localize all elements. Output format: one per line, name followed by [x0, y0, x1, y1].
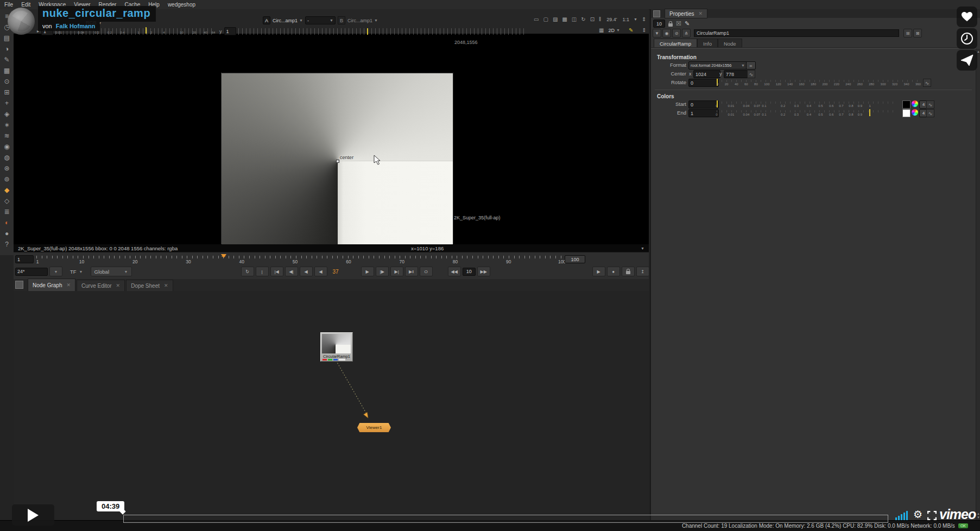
timeline-ruler[interactable]: 1 10 20 30 40 50 60 70 80 90 100 37 [34, 254, 562, 265]
menu-item[interactable]: File [4, 2, 13, 8]
increment-button[interactable]: ▶▶ [477, 267, 490, 276]
merge-icon[interactable]: ⊞ [4, 88, 9, 96]
fullscreen-button[interactable] [927, 511, 937, 522]
chevron-down-icon[interactable]: ▼ [641, 246, 644, 250]
tab-node-graph[interactable]: Node Graph ✕ [28, 279, 75, 291]
current-frame-field[interactable]: 37 [333, 269, 339, 275]
play-button[interactable] [12, 504, 54, 526]
play-button[interactable]: ▶ [361, 267, 374, 276]
metadata-icon[interactable]: ◍ [4, 154, 9, 161]
rotate-slider[interactable]: 0204060801001201401601802002202402602803… [717, 79, 921, 86]
scroll-up-icon[interactable]: ▲ [977, 50, 980, 53]
filter-icon[interactable]: ▦ [4, 67, 10, 74]
pause-icon[interactable]: ‖ [599, 16, 601, 22]
viewer-node[interactable]: Viewer1 [357, 423, 391, 432]
properties-scrollbar[interactable]: ▲ ▲ ▼ [976, 49, 980, 520]
increment-field[interactable]: 10 [463, 268, 476, 276]
frame-range-dropdown[interactable]: Global ▼ [91, 267, 132, 276]
flipbook-button[interactable]: ▶ [592, 267, 605, 276]
video-author-link[interactable]: Falk Hofmann [56, 23, 96, 29]
collapse-arrow-icon[interactable]: ▼ [653, 29, 661, 37]
draw-icon[interactable]: ✎ [4, 56, 9, 63]
pencil-icon[interactable]: ✎ [629, 27, 633, 33]
gain-marker[interactable] [146, 27, 147, 34]
range-end-field[interactable]: 100 [565, 255, 585, 263]
plugin-icon[interactable]: ◇ [4, 197, 9, 204]
toolsets-icon[interactable]: ⊛ [4, 165, 9, 172]
play-backward-button[interactable]: ◀ [314, 267, 327, 276]
center-x-field[interactable]: 1024 [693, 70, 720, 78]
close-icon[interactable]: ✕ [699, 11, 703, 16]
animation-curve-icon[interactable]: ∿ [747, 70, 755, 78]
volume-control[interactable] [895, 511, 911, 520]
watch-later-button[interactable] [957, 28, 977, 49]
checker-icon[interactable]: ▩ [562, 16, 567, 22]
tab-properties[interactable]: Properties ✕ [665, 9, 707, 18]
panel-menu-icon[interactable] [15, 281, 23, 289]
color-wheel-icon[interactable] [912, 100, 918, 107]
center-handle[interactable] [337, 160, 339, 162]
lock-range-button[interactable] [622, 267, 635, 276]
prev-keyframe-button[interactable]: ◀| [285, 267, 298, 276]
center-y-field[interactable]: 778 [724, 70, 748, 78]
gizmo-icon[interactable]: ◆ [4, 186, 9, 193]
start-field[interactable]: 0 [688, 100, 719, 109]
transform-icon[interactable]: + [5, 99, 9, 106]
end-field[interactable]: 1 [688, 109, 719, 117]
close-icon[interactable]: ✕ [66, 282, 71, 288]
roi-icon[interactable]: ⊡ [590, 16, 595, 22]
start-color-swatch[interactable] [902, 100, 911, 109]
scroll-down-icon[interactable]: ▲ [977, 512, 980, 515]
refresh-icon[interactable]: ↻ [581, 16, 585, 22]
close-icon[interactable]: ✕ [116, 283, 121, 288]
deep-icon[interactable]: ≋ [4, 132, 9, 139]
splitter-icon[interactable]: ⇕ [642, 27, 646, 33]
clear-panels-icon[interactable]: ☒ [676, 20, 681, 27]
max-panels-field[interactable]: 10 [653, 20, 665, 28]
grid-icon[interactable]: ▦ [599, 27, 604, 33]
equals-button[interactable]: = [746, 61, 756, 69]
animation-curve-icon[interactable]: ∿ [926, 100, 934, 109]
decrement-button[interactable]: ◀◀ [448, 267, 461, 276]
in-point-button[interactable]: | [256, 267, 269, 276]
playhead[interactable]: 37 [220, 253, 227, 268]
avatar[interactable] [8, 8, 35, 35]
step-back-button[interactable]: ◀ [300, 267, 313, 276]
panel-menu-icon[interactable] [653, 10, 660, 17]
other-icon[interactable]: ⊚ [4, 175, 9, 182]
vimeo-logo[interactable]: vimeo [939, 507, 976, 522]
end-color-swatch[interactable] [902, 109, 911, 117]
range-start-field[interactable]: 1 [15, 255, 34, 263]
channel-icon[interactable]: ▤ [4, 34, 10, 41]
blend-mode-dropdown[interactable]: - ▼ [305, 16, 336, 24]
float-panel-icon[interactable]: ⊞ [903, 29, 912, 37]
close-icon[interactable]: ✕ [164, 283, 168, 288]
animation-curve-icon[interactable]: ∿ [926, 109, 934, 117]
zoom-level[interactable]: 1:1 [622, 17, 629, 22]
tab-info[interactable]: Info [697, 39, 718, 48]
fps-field[interactable]: 24* [15, 268, 48, 276]
menu-item[interactable]: wedgeshop [168, 2, 195, 8]
tab-dope-sheet[interactable]: Dope Sheet ✕ [126, 280, 173, 291]
help-icon[interactable]: ? [5, 241, 9, 248]
progress-bar[interactable] [123, 515, 888, 523]
3d-icon[interactable]: ◈ [4, 110, 9, 117]
input-a-dropdown[interactable]: Circ...amp1 ▼ [273, 18, 303, 23]
split-view-icon[interactable]: ⇕ [642, 16, 646, 22]
script-icon[interactable]: ≣ [4, 208, 9, 215]
format-dropdown[interactable]: root.format 2048x1556 ▼ [688, 61, 747, 69]
circular-ramp-node[interactable]: CircularRamp1 [320, 332, 353, 362]
tab-circularramp[interactable]: CircularRamp [654, 39, 697, 48]
input-b-dropdown[interactable]: Circ...amp1 ▼ [347, 18, 378, 23]
tab-curve-editor[interactable]: Curve Editor ✕ [77, 280, 125, 291]
monitor-out-icon[interactable]: ▭ [534, 16, 539, 22]
fps-dropdown[interactable]: ▼ [49, 267, 62, 276]
last-frame-button[interactable]: ▶‖ [405, 267, 418, 276]
gamma-display-icon[interactable]: ◫ [572, 16, 577, 22]
controls-icon[interactable]: ⋔ [682, 29, 691, 37]
gamma-slider[interactable] [238, 28, 525, 35]
gamma-value[interactable]: 1 [224, 27, 236, 35]
keyer-icon[interactable]: ⊙ [4, 78, 9, 85]
render-icon[interactable]: ◐ [5, 219, 9, 226]
range-mode-button[interactable]: O [420, 267, 433, 276]
